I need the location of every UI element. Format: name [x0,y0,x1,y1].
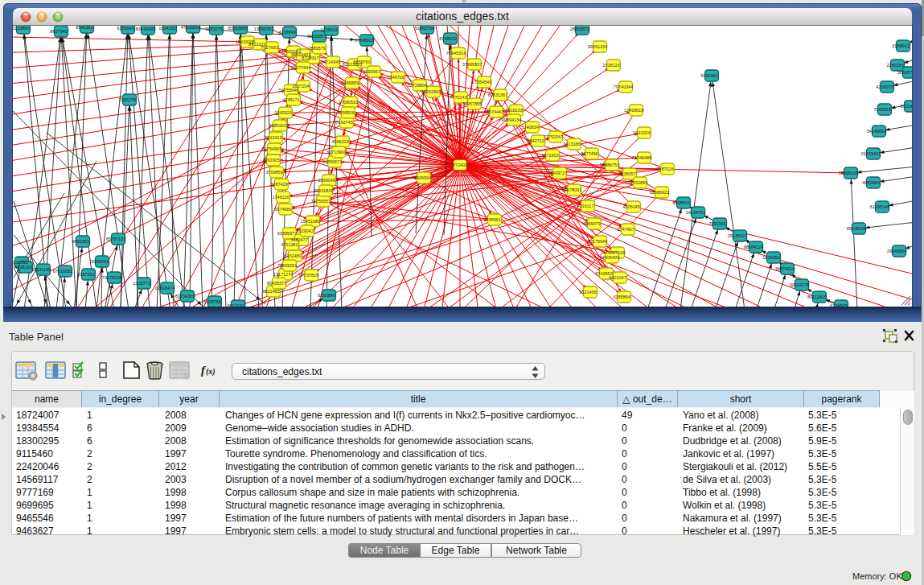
svg-text:5466889: 5466889 [341,80,358,85]
svg-text:75869261: 75869261 [277,263,297,268]
svg-text:00524278: 00524278 [790,282,809,287]
svg-text:9821465: 9821465 [262,289,279,294]
svg-text:13171274: 13171274 [273,272,293,277]
svg-text:7346706: 7346706 [387,75,404,80]
svg-text:5240824: 5240824 [521,125,538,130]
svg-text:1671902: 1671902 [541,153,558,158]
svg-text:04499727: 04499727 [548,171,567,175]
svg-text:71756551: 71756551 [311,199,331,204]
svg-text:1491905: 1491905 [262,158,279,163]
svg-text:2421024: 2421024 [633,130,650,135]
svg-text:29946804: 29946804 [887,249,906,253]
svg-text:1824493: 1824493 [762,255,779,260]
svg-text:62386922: 62386922 [650,190,669,195]
svg-text:5098393: 5098393 [91,259,108,264]
svg-text:6193990: 6193990 [318,293,335,298]
svg-text:96532871: 96532871 [307,34,326,39]
svg-text:37631165: 37631165 [31,267,51,272]
svg-text:13493618: 13493618 [624,108,643,113]
svg-text:3518233: 3518233 [505,108,522,113]
svg-text:8721489: 8721489 [900,104,912,109]
svg-text:4316117: 4316117 [577,204,593,208]
svg-text:65648236: 65648236 [847,226,866,231]
svg-text:2787429: 2787429 [270,182,287,187]
svg-text:31713900: 31713900 [326,150,346,154]
svg-text:55886753: 55886753 [600,163,619,167]
svg-text:4738299: 4738299 [14,265,31,270]
svg-text:02606474: 02606474 [155,286,175,290]
svg-text:(x): (x) [206,367,216,377]
svg-text:4896383: 4896383 [72,239,88,244]
svg-text:9521456: 9521456 [579,290,596,295]
svg-text:80112805: 80112805 [807,295,827,299]
svg-text:97848018: 97848018 [355,38,374,43]
svg-text:67010651: 67010651 [53,269,72,274]
svg-text:34714345: 34714345 [321,60,340,64]
svg-text:8637940: 8637940 [50,29,67,34]
svg-text:1969379: 1969379 [583,221,600,226]
svg-text:47525534: 47525534 [181,26,200,30]
svg-text:87277434: 87277434 [291,65,310,70]
svg-text:1326773: 1326773 [133,281,150,286]
svg-text:1034131: 1034131 [158,26,175,31]
svg-text:71746488: 71746488 [632,155,651,160]
svg-text:7889579: 7889579 [308,46,325,51]
svg-text:1746120: 1746120 [272,195,289,200]
svg-text:4711382: 4711382 [281,242,298,247]
svg-text:98084124: 98084124 [744,245,763,249]
svg-text:28809570: 28809570 [570,27,589,31]
svg-text:60385977: 60385977 [277,231,297,236]
svg-text:82175946: 82175946 [588,239,607,244]
svg-text:36995777: 36995777 [897,70,912,75]
svg-text:62702895: 62702895 [628,180,647,185]
svg-text:76945314: 76945314 [446,51,466,56]
svg-text:9636057: 9636057 [618,171,635,176]
svg-text:7193745: 7193745 [335,120,352,125]
svg-text:13953767: 13953767 [254,27,273,31]
svg-text:6998543: 6998543 [672,200,689,205]
svg-text:81618495: 81618495 [136,27,155,31]
svg-text:9413186: 9413186 [563,142,580,146]
svg-text:61595148: 61595148 [870,204,889,209]
svg-text:4005045: 4005045 [622,204,639,209]
svg-text:34874016: 34874016 [775,266,795,271]
svg-text:3387262: 3387262 [77,272,94,277]
svg-text:94406409: 94406409 [600,255,619,260]
svg-text:27354549: 27354549 [472,80,491,84]
svg-text:15451680: 15451680 [301,219,320,224]
svg-text:6658760: 6658760 [353,60,370,64]
svg-text:3747407: 3747407 [617,227,634,232]
svg-text:6155940: 6155940 [117,26,133,31]
svg-text:85574443: 85574443 [484,109,503,114]
svg-text:7182278: 7182278 [118,97,135,102]
svg-text:18724007: 18724007 [450,163,470,167]
svg-text:4966319: 4966319 [331,139,348,144]
svg-text:4060883: 4060883 [862,180,879,185]
svg-text:51850671: 51850671 [322,159,342,164]
svg-text:9283276: 9283276 [205,27,222,31]
svg-text:3158692: 3158692 [892,43,909,48]
svg-text:5158506: 5158506 [337,110,354,115]
svg-text:9912419: 9912419 [265,135,281,140]
svg-text:8148932: 8148932 [439,36,456,41]
svg-text:5430391: 5430391 [700,73,717,78]
svg-text:2260256: 2260256 [886,63,903,68]
svg-text:3529042: 3529042 [296,229,313,233]
svg-text:86578091: 86578091 [562,187,581,192]
svg-text:2328120: 2328120 [602,63,619,68]
svg-text:55698169: 55698169 [839,171,858,175]
svg-text:3685160: 3685160 [269,123,285,128]
svg-text:0330923: 0330923 [274,110,291,115]
svg-text:62729806: 62729806 [408,83,427,88]
svg-text:25135427: 25135427 [728,233,747,238]
svg-text:8677496: 8677496 [581,151,598,156]
svg-text:34957885: 34957885 [462,101,482,106]
svg-text:7543303: 7543303 [873,107,890,112]
svg-text:39502402: 39502402 [291,52,310,57]
svg-text:5674680: 5674680 [274,207,291,212]
svg-text:1226916: 1226916 [320,27,337,32]
svg-text:7991183: 7991183 [708,221,725,226]
svg-text:83503056: 83503056 [228,26,248,31]
svg-text:96405377: 96405377 [267,281,286,286]
svg-text:81754965: 81754965 [262,146,281,151]
